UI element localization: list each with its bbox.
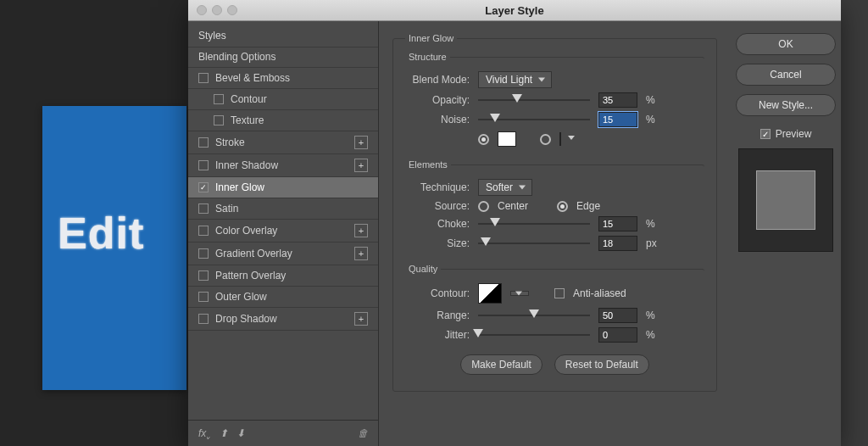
- ok-button[interactable]: OK: [736, 33, 836, 55]
- contour-picker[interactable]: [478, 283, 502, 304]
- dialog-right-column: OK Cancel New Style... Preview: [731, 21, 841, 446]
- checkbox-icon[interactable]: [198, 314, 209, 324]
- checkbox-icon[interactable]: ✓: [198, 182, 209, 192]
- bevel-emboss-item[interactable]: Bevel & Emboss: [188, 67, 378, 89]
- preview-checkbox[interactable]: [760, 129, 771, 139]
- make-default-button[interactable]: Make Default: [460, 354, 542, 375]
- cancel-button[interactable]: Cancel: [736, 64, 836, 86]
- checkbox-icon[interactable]: [198, 270, 209, 281]
- color-overlay-item[interactable]: Color Overlay+: [188, 219, 378, 243]
- dialog-titlebar[interactable]: Layer Style: [188, 0, 841, 21]
- elements-legend: Elements: [405, 159, 451, 170]
- blend-mode-select[interactable]: Vivid Light: [478, 71, 552, 88]
- source-edge-radio[interactable]: [557, 201, 568, 212]
- new-style-button[interactable]: New Style...: [736, 94, 836, 116]
- styles-header[interactable]: Styles: [188, 21, 378, 47]
- satin-item[interactable]: Satin: [188, 198, 378, 220]
- center-label: Center: [498, 200, 528, 212]
- plus-icon[interactable]: +: [354, 159, 368, 172]
- plus-icon[interactable]: +: [354, 136, 368, 149]
- dialog-title: Layer Style: [485, 4, 543, 17]
- gradient-radio[interactable]: [540, 134, 551, 145]
- document-preview: Edit: [42, 106, 186, 390]
- checkbox-icon[interactable]: [198, 203, 209, 214]
- checkbox-icon[interactable]: [198, 248, 209, 259]
- noise-input[interactable]: 15: [598, 112, 637, 127]
- plus-icon[interactable]: +: [354, 224, 368, 237]
- plus-icon[interactable]: +: [354, 312, 368, 326]
- edge-label: Edge: [576, 200, 600, 212]
- window-controls[interactable]: [197, 5, 237, 15]
- preview-thumbnail: [738, 148, 833, 252]
- blend-mode-label: Blend Mode:: [405, 74, 470, 86]
- range-label: Range:: [405, 309, 470, 321]
- contour-dropdown[interactable]: [510, 291, 529, 296]
- down-arrow-icon[interactable]: ⬇: [236, 427, 245, 439]
- antialiased-checkbox[interactable]: [554, 288, 565, 298]
- settings-panel: Inner Glow Structure Blend Mode: Vivid L…: [379, 21, 731, 446]
- contour-label: Contour:: [405, 287, 470, 299]
- choke-slider[interactable]: [478, 218, 590, 230]
- reset-default-button[interactable]: Reset to Default: [554, 354, 649, 375]
- noise-label: Noise:: [405, 114, 470, 125]
- preview-label: Preview: [776, 128, 812, 140]
- quality-legend: Quality: [405, 264, 441, 274]
- gradient-swatch[interactable]: [559, 132, 561, 146]
- trash-icon[interactable]: 🗑: [358, 427, 368, 439]
- range-slider[interactable]: [478, 309, 590, 321]
- range-input[interactable]: 50: [598, 308, 637, 323]
- antialiased-label: Anti-aliased: [573, 287, 626, 299]
- source-center-radio[interactable]: [478, 201, 489, 212]
- fx-menu[interactable]: fxˬ: [198, 427, 211, 439]
- noise-slider[interactable]: [478, 114, 590, 125]
- checkbox-icon[interactable]: [198, 73, 209, 83]
- checkbox-icon[interactable]: [214, 115, 224, 125]
- drop-shadow-item[interactable]: Drop Shadow+: [188, 307, 378, 331]
- checkbox-icon[interactable]: [198, 160, 209, 170]
- jitter-slider[interactable]: [478, 329, 590, 341]
- texture-item[interactable]: Texture: [188, 109, 378, 131]
- outer-glow-item[interactable]: Outer Glow: [188, 286, 378, 308]
- choke-label: Choke:: [405, 218, 470, 230]
- size-slider[interactable]: [478, 237, 590, 249]
- blending-options-item[interactable]: Blending Options: [188, 47, 378, 68]
- checkbox-icon[interactable]: [214, 94, 224, 104]
- styles-list: Styles Blending Options Bevel & Emboss C…: [188, 21, 379, 446]
- checkbox-icon[interactable]: [198, 137, 209, 148]
- technique-label: Technique:: [405, 181, 470, 193]
- checkbox-icon[interactable]: [198, 292, 209, 302]
- jitter-input[interactable]: 0: [598, 327, 637, 343]
- plus-icon[interactable]: +: [354, 247, 368, 260]
- opacity-input[interactable]: 35: [598, 92, 637, 108]
- inner-glow-item[interactable]: ✓Inner Glow: [188, 176, 378, 198]
- layer-text: Edit: [58, 208, 144, 259]
- inner-shadow-item[interactable]: Inner Shadow+: [188, 153, 378, 177]
- up-arrow-icon[interactable]: ⬆: [220, 427, 228, 439]
- gradient-overlay-item[interactable]: Gradient Overlay+: [188, 242, 378, 265]
- structure-legend: Structure: [405, 52, 450, 62]
- layer-style-dialog: Layer Style Styles Blending Options Beve…: [188, 0, 841, 446]
- jitter-label: Jitter:: [405, 329, 470, 341]
- opacity-slider[interactable]: [478, 94, 590, 106]
- pattern-overlay-item[interactable]: Pattern Overlay: [188, 265, 378, 287]
- choke-input[interactable]: 15: [598, 216, 637, 231]
- size-input[interactable]: 18: [598, 236, 637, 251]
- color-swatch[interactable]: [498, 131, 516, 147]
- size-label: Size:: [405, 237, 470, 249]
- opacity-label: Opacity:: [405, 94, 470, 106]
- contour-item[interactable]: Contour: [188, 88, 378, 110]
- checkbox-icon[interactable]: [198, 226, 209, 236]
- stroke-item[interactable]: Stroke+: [188, 131, 378, 154]
- source-label: Source:: [405, 200, 470, 212]
- section-title: Inner Glow: [405, 33, 457, 43]
- technique-select[interactable]: Softer: [478, 179, 532, 196]
- color-radio[interactable]: [478, 134, 489, 145]
- inner-glow-fieldset: Inner Glow Structure Blend Mode: Vivid L…: [392, 33, 717, 392]
